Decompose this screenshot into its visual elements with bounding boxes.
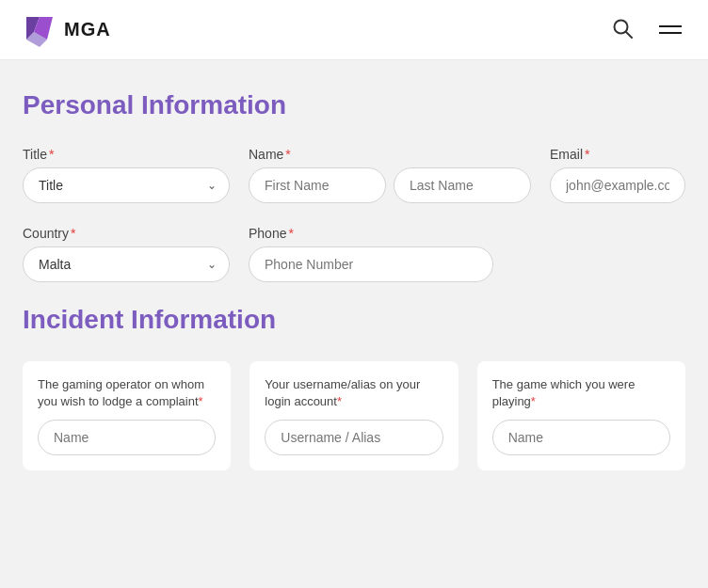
email-label: Email* xyxy=(550,147,685,162)
mga-logo-icon xyxy=(23,13,56,47)
personal-info-heading: Personal Information xyxy=(23,90,685,120)
name-fields-container xyxy=(249,167,531,203)
username-input[interactable] xyxy=(265,420,442,455)
search-button[interactable] xyxy=(608,14,636,45)
incident-info-heading: Incident Information xyxy=(23,305,685,335)
search-icon xyxy=(612,18,633,39)
game-input[interactable] xyxy=(492,420,670,455)
game-card: The game which you were playing* xyxy=(477,361,685,470)
logo-text: MGA xyxy=(64,19,111,40)
title-form-group: Title* Title Mr Mrs Ms Dr Prof ⌄ xyxy=(23,147,230,203)
header: MGA xyxy=(0,0,708,60)
country-select-wrapper: Malta United Kingdom Italy Germany Franc… xyxy=(23,246,230,282)
logo-area: MGA xyxy=(23,13,111,47)
svg-line-4 xyxy=(626,32,632,38)
incident-cards-container: The gaming operator on whom you wish to … xyxy=(23,361,685,470)
title-select-wrapper: Title Mr Mrs Ms Dr Prof ⌄ xyxy=(23,167,230,203)
email-input[interactable] xyxy=(550,167,685,203)
personal-info-row-2: Country* Malta United Kingdom Italy Germ… xyxy=(23,226,685,282)
operator-card: The gaming operator on whom you wish to … xyxy=(23,361,231,470)
hamburger-line-1 xyxy=(659,25,682,27)
phone-form-group: Phone* xyxy=(249,226,493,282)
country-form-group: Country* Malta United Kingdom Italy Germ… xyxy=(23,226,230,282)
name-label: Name* xyxy=(249,147,531,162)
title-label: Title* xyxy=(23,147,230,162)
hamburger-menu-button[interactable] xyxy=(655,22,685,38)
header-actions xyxy=(608,14,685,45)
country-label: Country* xyxy=(23,226,230,241)
last-name-input[interactable] xyxy=(394,167,531,203)
username-card-label: Your username/alias on your login accoun… xyxy=(265,376,442,410)
email-form-group: Email* xyxy=(550,147,685,203)
operator-input[interactable] xyxy=(38,420,216,455)
phone-input[interactable] xyxy=(249,246,493,282)
title-select[interactable]: Title Mr Mrs Ms Dr Prof xyxy=(23,167,230,203)
personal-information-section: Personal Information Title* Title Mr Mrs… xyxy=(23,90,685,282)
main-content: Personal Information Title* Title Mr Mrs… xyxy=(0,60,708,501)
phone-label: Phone* xyxy=(249,226,493,241)
personal-info-row-1: Title* Title Mr Mrs Ms Dr Prof ⌄ xyxy=(23,147,685,203)
operator-card-label: The gaming operator on whom you wish to … xyxy=(38,376,216,410)
username-card: Your username/alias on your login accoun… xyxy=(249,361,458,470)
first-name-input[interactable] xyxy=(249,167,386,203)
name-form-group: Name* xyxy=(249,147,531,203)
country-select[interactable]: Malta United Kingdom Italy Germany Franc… xyxy=(23,246,230,282)
hamburger-line-2 xyxy=(659,32,682,34)
incident-information-section: Incident Information The gaming operator… xyxy=(23,305,685,470)
game-card-label: The game which you were playing* xyxy=(492,376,670,410)
